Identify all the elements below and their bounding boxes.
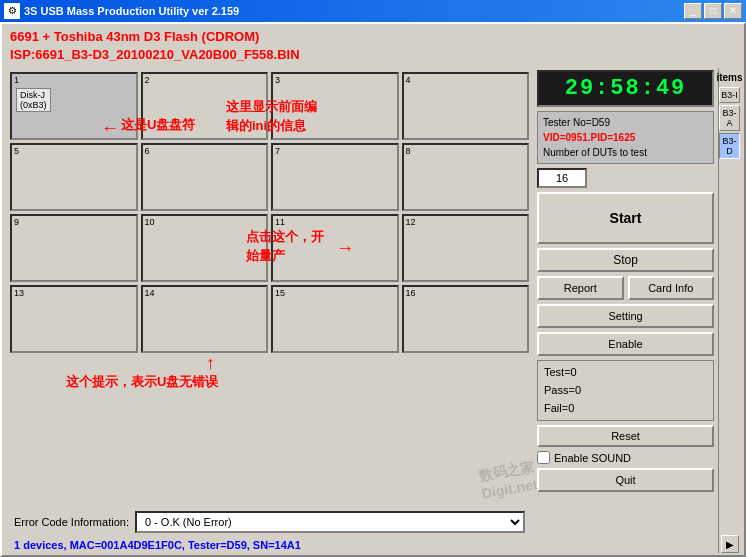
sidebar-item-b3-d[interactable]: B3-D xyxy=(719,133,740,159)
card-info-button[interactable]: Card Info xyxy=(628,276,715,300)
app-icon: ⚙ xyxy=(4,3,20,19)
disk-cell-5[interactable]: 5 xyxy=(10,143,138,211)
test-stat: Test=0 xyxy=(544,364,707,382)
error-row: Error Code Information: 0 - O.K (No Erro… xyxy=(6,507,533,537)
disk-cell-8[interactable]: 8 xyxy=(402,143,530,211)
header-line1: 6691 + Toshiba 43nm D3 Flash (CDROM) xyxy=(10,28,736,46)
disk-num-14: 14 xyxy=(145,288,155,298)
enable-sound-label: Enable SOUND xyxy=(554,452,631,464)
disk-cell-16[interactable]: 16 xyxy=(402,285,530,353)
sidebar: items B3-IB3-AB3-D ▶ xyxy=(718,68,740,553)
sidebar-scroll-arrow[interactable]: ▶ xyxy=(721,535,739,553)
disk-num-16: 16 xyxy=(406,288,416,298)
sidebar-item-b3-a[interactable]: B3-A xyxy=(719,105,740,131)
disk-cell-13[interactable]: 13 xyxy=(10,285,138,353)
disk-cell-1[interactable]: 1Disk-J (0xB3) xyxy=(10,72,138,140)
header-info: 6691 + Toshiba 43nm D3 Flash (CDROM) ISP… xyxy=(2,24,744,66)
enable-sound-checkbox[interactable] xyxy=(537,451,550,464)
right-panel: 29:58:49 Tester No=D59 VID=0951.PID=1625… xyxy=(533,68,718,553)
report-cardinfo-row: Report Card Info xyxy=(537,276,714,300)
disk-cell-14[interactable]: 14 xyxy=(141,285,269,353)
disk-num-9: 9 xyxy=(14,217,19,227)
disk-num-5: 5 xyxy=(14,146,19,156)
enable-sound-row: Enable SOUND xyxy=(537,451,714,464)
enable-button[interactable]: Enable xyxy=(537,332,714,356)
disk-num-10: 10 xyxy=(145,217,155,227)
disk-cell-3[interactable]: 3 xyxy=(271,72,399,140)
title-buttons: _ □ ✕ xyxy=(684,3,742,19)
tester-vid-pid: VID=0951.PID=1625 xyxy=(543,130,708,145)
sidebar-items: B3-IB3-AB3-D xyxy=(719,87,740,159)
error-label: Error Code Information: xyxy=(14,516,129,528)
disk-num-11: 11 xyxy=(275,217,285,227)
stop-button[interactable]: Stop xyxy=(537,248,714,272)
title-bar: ⚙ 3S USB Mass Production Utility ver 2.1… xyxy=(0,0,746,22)
disk-cell-7[interactable]: 7 xyxy=(271,143,399,211)
disk-num-2: 2 xyxy=(145,75,150,85)
disk-num-4: 4 xyxy=(406,75,411,85)
disk-grid: 1Disk-J (0xB3)2345678910111213141516 xyxy=(6,68,533,357)
duts-input[interactable] xyxy=(537,168,587,188)
sidebar-header: items xyxy=(716,72,742,83)
sidebar-item-b3-i[interactable]: B3-I xyxy=(719,87,740,103)
fail-stat: Fail=0 xyxy=(544,400,707,418)
disk-cell-9[interactable]: 9 xyxy=(10,214,138,282)
quit-button[interactable]: Quit xyxy=(537,468,714,492)
disk-cell-10[interactable]: 10 xyxy=(141,214,269,282)
disk-num-13: 13 xyxy=(14,288,24,298)
disk-num-1: 1 xyxy=(14,75,19,85)
disk-cell-12[interactable]: 12 xyxy=(402,214,530,282)
tester-duts-label: Number of DUTs to test xyxy=(543,145,708,160)
disk-grid-wrapper: 1Disk-J (0xB3)2345678910111213141516 这是U… xyxy=(6,68,533,507)
disk-num-15: 15 xyxy=(275,288,285,298)
setting-button[interactable]: Setting xyxy=(537,304,714,328)
maximize-button[interactable]: □ xyxy=(704,3,722,19)
left-panel: 1Disk-J (0xB3)2345678910111213141516 这是U… xyxy=(6,68,533,553)
tester-info: Tester No=D59 VID=0951.PID=1625 Number o… xyxy=(537,111,714,164)
main-window: 6691 + Toshiba 43nm D3 Flash (CDROM) ISP… xyxy=(0,22,746,557)
disk-cell-15[interactable]: 15 xyxy=(271,285,399,353)
content-area: 1Disk-J (0xB3)2345678910111213141516 这是U… xyxy=(2,66,744,555)
disk-num-12: 12 xyxy=(406,217,416,227)
disk-num-3: 3 xyxy=(275,75,280,85)
minimize-button[interactable]: _ xyxy=(684,3,702,19)
start-button[interactable]: Start xyxy=(537,192,714,244)
disk-num-6: 6 xyxy=(145,146,150,156)
annotation-no-error: 这个提示，表示U盘无错误 xyxy=(66,373,218,391)
status-bar: 1 devices, MAC=001A4D9E1F0C, Tester=D59,… xyxy=(6,537,533,553)
disk-num-7: 7 xyxy=(275,146,280,156)
duts-row xyxy=(537,168,714,188)
tester-no: Tester No=D59 xyxy=(543,115,708,130)
reset-button[interactable]: Reset xyxy=(537,425,714,447)
disk-cell-2[interactable]: 2 xyxy=(141,72,269,140)
header-line2: ISP:6691_B3-D3_20100210_VA20B00_F558.BIN xyxy=(10,46,736,64)
disk-cell-11[interactable]: 11 xyxy=(271,214,399,282)
close-button[interactable]: ✕ xyxy=(724,3,742,19)
disk-label-1: Disk-J (0xB3) xyxy=(16,88,51,112)
disk-num-8: 8 xyxy=(406,146,411,156)
disk-cell-6[interactable]: 6 xyxy=(141,143,269,211)
disk-cell-4[interactable]: 4 xyxy=(402,72,530,140)
title-text: 3S USB Mass Production Utility ver 2.159 xyxy=(24,5,684,17)
lcd-display: 29:58:49 xyxy=(537,70,714,107)
error-select[interactable]: 0 - O.K (No Error) xyxy=(135,511,525,533)
report-button[interactable]: Report xyxy=(537,276,624,300)
stats-box: Test=0 Pass=0 Fail=0 xyxy=(537,360,714,421)
pass-stat: Pass=0 xyxy=(544,382,707,400)
